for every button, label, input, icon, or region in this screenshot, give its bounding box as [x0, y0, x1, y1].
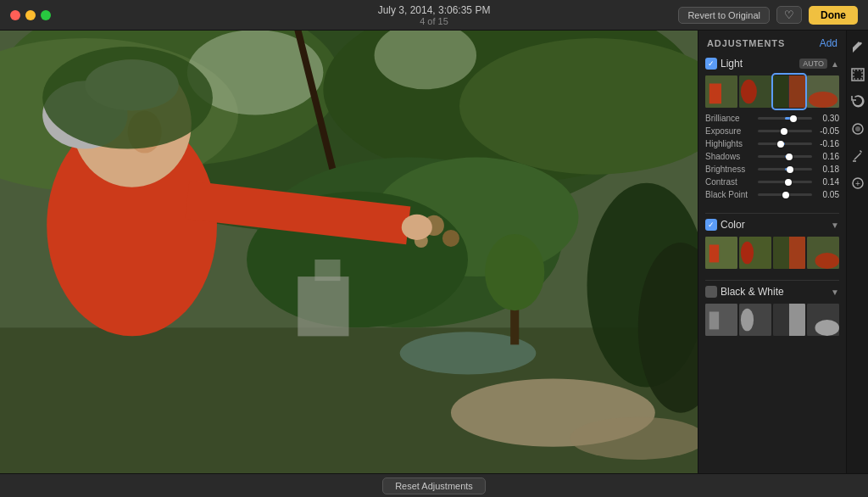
revert-button[interactable]: Revert to Original: [678, 7, 770, 24]
svg-rect-58: [789, 304, 805, 336]
svg-point-52: [815, 253, 840, 269]
color-section-name: Color: [721, 219, 827, 231]
color-section: ✓ Color ▼: [698, 215, 846, 275]
light-section: ✓ Light AUTO ▲: [698, 54, 846, 208]
color-thumb-3[interactable]: [773, 236, 805, 270]
svg-rect-50: [789, 237, 805, 269]
shadows-value: 0.16: [815, 152, 839, 161]
photo-date: July 3, 2014, 3:06:35 PM: [378, 4, 491, 16]
crop-tool-icon[interactable]: [848, 64, 868, 85]
bw-enabled-checkbox[interactable]: [705, 286, 717, 298]
svg-rect-42: [789, 75, 805, 108]
svg-line-31: [187, 200, 409, 226]
svg-point-39: [741, 80, 757, 104]
brightness-track[interactable]: [758, 168, 812, 170]
rotate-tool-icon[interactable]: [848, 92, 868, 112]
svg-point-56: [741, 309, 754, 332]
exposure-row: Exposure -0.05: [705, 126, 839, 136]
add-adjustment-button[interactable]: Add: [820, 37, 837, 49]
contrast-value: 0.14: [815, 177, 839, 187]
light-enabled-checkbox[interactable]: ✓: [705, 58, 717, 70]
light-thumb-4[interactable]: [807, 75, 839, 109]
svg-text:+: +: [855, 179, 860, 188]
right-tool-panel: +: [846, 31, 868, 473]
svg-rect-22: [298, 276, 348, 336]
light-thumb-3-selected[interactable]: [773, 75, 805, 109]
highlights-label: Highlights: [705, 139, 754, 148]
bw-section-name: Black & White: [721, 286, 827, 298]
brightness-label: Brightness: [705, 165, 754, 174]
svg-rect-46: [709, 245, 719, 263]
light-section-header[interactable]: ✓ Light AUTO ▲: [698, 54, 846, 73]
color-thumb-1[interactable]: [705, 236, 737, 270]
close-button[interactable]: [10, 10, 20, 20]
color-thumb-4[interactable]: [807, 236, 839, 270]
color-thumb-2[interactable]: [739, 236, 771, 270]
highlights-row: Highlights -0.16: [705, 139, 839, 148]
brightness-value: 0.18: [815, 165, 839, 174]
bw-thumbnails: [698, 301, 846, 342]
titlebar-center: July 3, 2014, 3:06:35 PM 4 of 15: [378, 4, 491, 26]
shadows-track[interactable]: [758, 155, 812, 158]
brilliance-track[interactable]: [758, 117, 812, 120]
bw-thumb-1[interactable]: [705, 303, 737, 337]
contrast-label: Contrast: [705, 177, 754, 187]
exposure-value: -0.05: [815, 126, 839, 136]
filter-tool-icon[interactable]: [848, 119, 868, 139]
bw-thumb-2[interactable]: [739, 303, 771, 337]
color-thumbnails: [698, 234, 846, 275]
blackpoint-row: Black Point 0.05: [705, 190, 839, 199]
contrast-track[interactable]: [758, 181, 812, 183]
bw-thumb-4[interactable]: [807, 303, 839, 337]
highlights-track[interactable]: [758, 142, 812, 145]
titlebar-actions: Revert to Original ♡ Done: [678, 6, 858, 25]
more-tool-icon[interactable]: +: [848, 173, 868, 193]
titlebar: July 3, 2014, 3:06:35 PM 4 of 15 Revert …: [0, 0, 868, 31]
light-chevron-icon[interactable]: ▲: [831, 59, 839, 69]
divider-1: [705, 213, 839, 214]
blackpoint-track[interactable]: [758, 193, 812, 196]
svg-point-48: [741, 242, 754, 265]
svg-point-44: [809, 92, 837, 108]
light-sliders: Brilliance 0.30 Exposure -0.05: [698, 114, 846, 208]
bw-chevron-icon[interactable]: ▼: [831, 288, 839, 297]
shadows-row: Shadows 0.16: [705, 152, 839, 161]
retouch-tool-icon[interactable]: [848, 37, 868, 58]
brightness-row: Brightness 0.18: [705, 165, 839, 174]
shadows-label: Shadows: [705, 152, 754, 161]
divider-2: [705, 280, 839, 281]
bw-section-header[interactable]: Black & White ▼: [698, 282, 846, 301]
photo-index: 4 of 15: [420, 16, 448, 26]
highlights-value: -0.16: [815, 139, 839, 148]
done-button[interactable]: Done: [809, 6, 858, 25]
color-section-header[interactable]: ✓ Color ▼: [698, 215, 846, 234]
svg-point-32: [402, 215, 432, 240]
svg-point-64: [855, 126, 860, 131]
exposure-track[interactable]: [758, 130, 812, 132]
minimize-button[interactable]: [25, 10, 36, 20]
markup-tool-icon[interactable]: [848, 146, 868, 166]
blackpoint-value: 0.05: [815, 190, 839, 199]
bottombar: Reset Adjustments: [0, 473, 868, 497]
reset-adjustments-button[interactable]: Reset Adjustments: [382, 477, 486, 494]
adjustments-header: ADJUSTMENTS Add: [698, 31, 846, 54]
light-thumb-1[interactable]: [705, 75, 737, 109]
color-enabled-checkbox[interactable]: ✓: [705, 219, 717, 231]
brilliance-value: 0.30: [815, 114, 839, 123]
bw-thumb-3[interactable]: [773, 303, 805, 337]
favorite-button[interactable]: ♡: [776, 6, 802, 24]
maximize-button[interactable]: [41, 10, 51, 20]
traffic-lights: [10, 10, 51, 20]
svg-rect-62: [854, 70, 862, 79]
color-chevron-icon[interactable]: ▼: [831, 221, 839, 230]
light-thumbnails: [698, 73, 846, 114]
light-auto-badge[interactable]: AUTO: [799, 59, 827, 69]
photo-area: [0, 31, 698, 473]
svg-point-16: [442, 230, 459, 247]
light-thumb-2[interactable]: [739, 75, 771, 109]
svg-point-25: [485, 234, 544, 310]
svg-rect-54: [709, 312, 719, 330]
svg-rect-23: [314, 260, 340, 281]
contrast-row: Contrast 0.14: [705, 177, 839, 187]
main-area: ADJUSTMENTS Add ✓ Light AUTO ▲: [0, 31, 868, 473]
